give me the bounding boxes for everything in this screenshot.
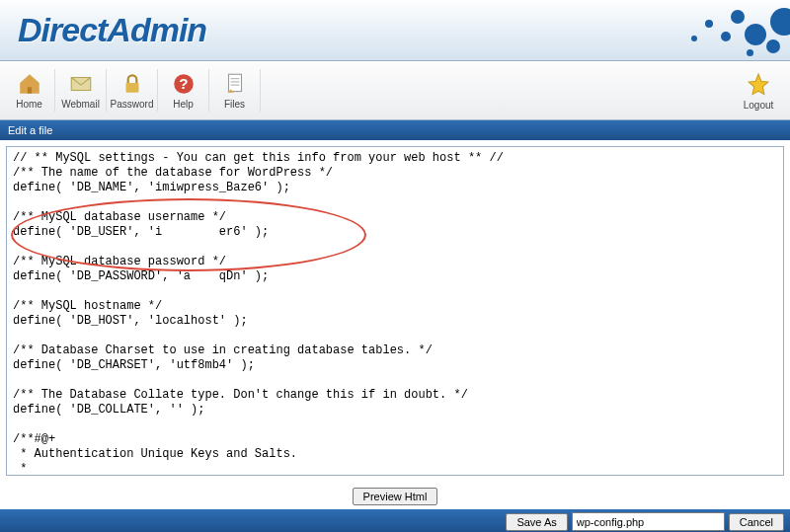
- toolbar-item-label: Logout: [744, 100, 774, 111]
- toolbar-item-label: Files: [224, 99, 245, 110]
- mail-icon: [67, 71, 95, 97]
- panel-title: Edit a file: [0, 120, 790, 140]
- file-editor-textarea[interactable]: [7, 147, 783, 475]
- toolbar-item-home[interactable]: Home: [4, 69, 55, 112]
- toolbar-item-label: Home: [16, 99, 42, 110]
- svg-rect-1: [125, 83, 138, 93]
- cancel-button[interactable]: Cancel: [729, 513, 784, 531]
- toolbar-item-label: Password: [111, 99, 154, 110]
- toolbar-item-logout[interactable]: Logout: [733, 70, 784, 113]
- home-icon: [16, 71, 43, 97]
- preview-row: Preview Html: [0, 482, 790, 509]
- svg-text:?: ?: [179, 75, 188, 92]
- save-bar: Save As Cancel: [0, 509, 790, 532]
- files-icon: [221, 71, 249, 97]
- preview-html-button[interactable]: Preview Html: [353, 488, 438, 505]
- toolbar-item-label: Webmail: [61, 99, 100, 110]
- filename-input[interactable]: [572, 512, 725, 531]
- main-toolbar: Home Webmail Password ? Help Files Logou…: [0, 61, 790, 120]
- toolbar-item-help[interactable]: ? Help: [158, 69, 209, 112]
- editor-container: [6, 146, 784, 476]
- editor-panel: [0, 140, 790, 482]
- logo-text: DirectAdmin: [18, 11, 206, 49]
- toolbar-item-files[interactable]: Files: [209, 69, 261, 112]
- lock-icon: [118, 71, 146, 97]
- star-icon: [745, 72, 772, 98]
- toolbar-item-webmail[interactable]: Webmail: [55, 69, 107, 112]
- save-as-button[interactable]: Save As: [506, 513, 567, 531]
- toolbar-item-password[interactable]: Password: [107, 69, 158, 112]
- app-header: DirectAdmin: [0, 0, 790, 61]
- help-icon: ?: [170, 71, 198, 97]
- svg-rect-4: [228, 74, 241, 91]
- toolbar-item-label: Help: [173, 99, 194, 110]
